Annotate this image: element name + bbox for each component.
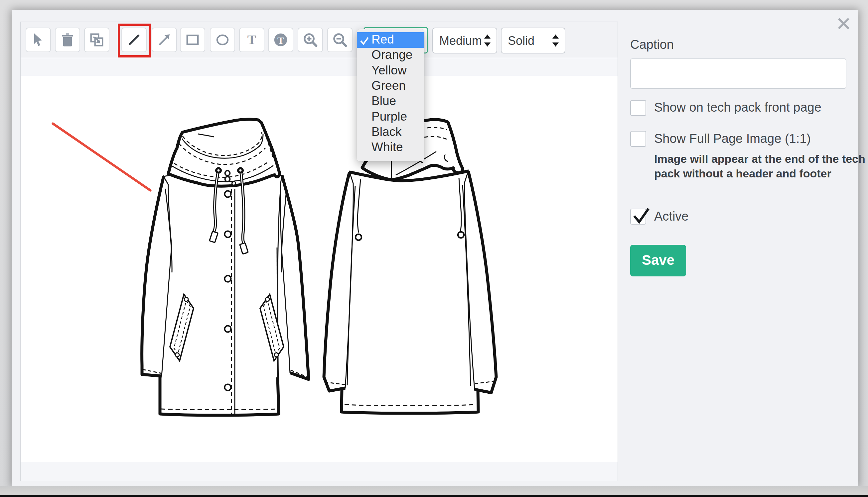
svg-text:T: T [247, 33, 257, 46]
svg-text:T: T [277, 35, 284, 46]
